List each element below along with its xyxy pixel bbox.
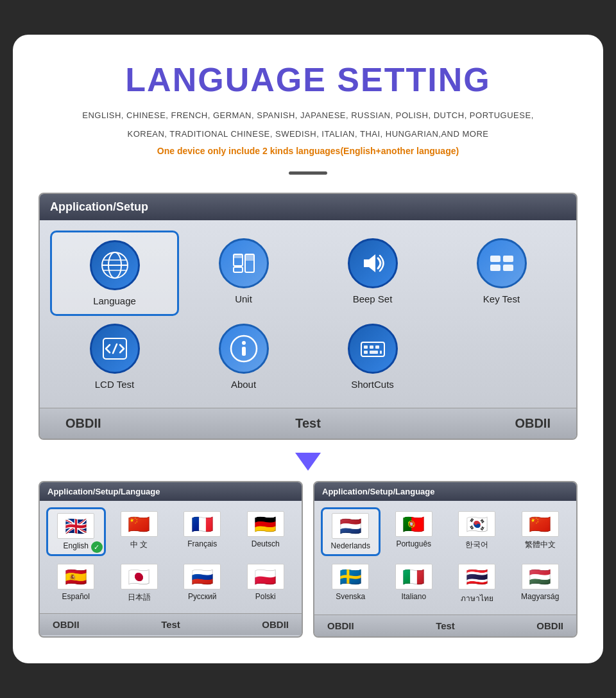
check-english: ✓ <box>91 541 103 553</box>
svg-rect-13 <box>490 265 501 271</box>
app-icon-about[interactable]: About <box>179 316 308 397</box>
lang-panel-left-header: Application/Setup/Language <box>40 482 302 501</box>
lang-item-russian[interactable]: 🇷🇺 Русский <box>173 560 232 607</box>
shortcuts-keyboard-icon <box>359 335 387 363</box>
svg-marker-10 <box>364 254 375 272</box>
lang-label-russian: Русский <box>188 592 217 601</box>
page-title: LANGUAGE SETTING <box>38 60 578 99</box>
lang-label-dutch: Nederlands <box>331 541 370 550</box>
lang-label-trad-chinese: 繁體中文 <box>525 539 556 550</box>
lang-left-bottom-right: OBDII <box>262 619 289 630</box>
flag-polish: 🇵🇱 <box>247 564 284 589</box>
flag-italian: 🇮🇹 <box>395 564 432 589</box>
lang-item-trad-chinese[interactable]: 🇨🇳 繁體中文 <box>511 507 570 556</box>
about-label: About <box>231 379 256 390</box>
svg-rect-12 <box>503 256 513 262</box>
svg-point-18 <box>242 341 246 345</box>
lang-label-italian: Italiano <box>401 592 426 601</box>
language-label: Language <box>93 295 136 306</box>
lang-label-spanish: Español <box>62 592 90 601</box>
lang-left-bottom-center: Test <box>161 619 180 630</box>
arrow-container <box>38 453 578 471</box>
flag-french: 🇫🇷 <box>184 511 221 537</box>
beep-set-label: Beep Set <box>353 293 393 304</box>
svg-rect-20 <box>361 342 384 356</box>
lang-item-italian[interactable]: 🇮🇹 Italiano <box>384 560 444 608</box>
keyboard-icon <box>488 249 516 277</box>
lang-item-portuguese[interactable]: 🇵🇹 Português <box>384 507 444 556</box>
app-icon-empty <box>437 316 566 397</box>
lang-item-english[interactable]: 🇬🇧 English ✓ <box>46 507 106 556</box>
lang-item-dutch[interactable]: 🇳🇱 Nederlands <box>321 507 381 556</box>
flag-german: 🇩🇪 <box>247 511 284 537</box>
flag-trad-chinese: 🇨🇳 <box>522 511 559 537</box>
speaker-icon <box>359 249 387 277</box>
app-panel-header: Application/Setup <box>40 194 576 220</box>
lang-label-hungarian: Magyarság <box>521 592 559 601</box>
main-card: LANGUAGE SETTING ENGLISH, CHINESE, FRENC… <box>13 35 603 664</box>
unit-icon <box>230 249 258 277</box>
lang-item-spanish[interactable]: 🇪🇸 Español <box>46 560 106 607</box>
subtitle-line2: KOREAN, TRADITIONAL CHINESE, SWEDISH, IT… <box>38 128 578 141</box>
app-icon-lcd-test[interactable]: LCD Test <box>50 316 179 397</box>
svg-line-16 <box>113 344 117 353</box>
flag-japanese: 🇯🇵 <box>121 564 158 589</box>
flag-english: 🇬🇧 <box>57 513 94 539</box>
lang-item-polish[interactable]: 🇵🇱 Polski <box>236 560 296 607</box>
app-icons-grid: Language Unit <box>40 220 576 408</box>
flag-thai: 🇹🇭 <box>458 564 495 589</box>
app-bottom-center: Test <box>295 416 321 431</box>
shortcuts-label: ShortCuts <box>351 379 394 390</box>
flag-hungarian: 🇭🇺 <box>522 564 559 589</box>
lang-label-french: Français <box>187 539 217 548</box>
lang-panel-right-header: Application/Setup/Language <box>314 482 576 501</box>
svg-rect-22 <box>370 345 373 349</box>
lang-label-portuguese: Português <box>396 539 431 548</box>
app-icon-shortcuts[interactable]: ShortCuts <box>308 316 437 397</box>
lang-panel-left: Application/Setup/Language 🇬🇧 English ✓ … <box>38 481 303 638</box>
key-test-icon-circle <box>477 238 527 288</box>
app-icon-beep-set[interactable]: Beep Set <box>308 231 437 316</box>
app-bottom-left: OBDII <box>65 416 101 431</box>
lang-bottom-bar-left: OBDII Test OBDII <box>40 613 302 635</box>
lang-item-swedish[interactable]: 🇸🇪 Svenska <box>321 560 381 608</box>
svg-rect-6 <box>234 254 243 258</box>
key-test-label: Key Test <box>483 293 520 304</box>
language-icon-circle <box>90 240 140 290</box>
lang-item-french[interactable]: 🇫🇷 Français <box>173 507 232 556</box>
svg-rect-26 <box>380 351 382 354</box>
lang-label-english: English <box>64 541 89 550</box>
lang-item-thai[interactable]: 🇹🇭 ภาษาไทย <box>447 560 507 608</box>
app-icon-language[interactable]: Language <box>50 231 179 316</box>
svg-rect-23 <box>375 345 379 349</box>
lang-item-german[interactable]: 🇩🇪 Deutsch <box>236 507 296 556</box>
svg-rect-21 <box>364 345 368 349</box>
svg-rect-11 <box>490 256 501 262</box>
lang-right-bottom-left: OBDII <box>327 620 354 631</box>
about-icon-circle <box>219 324 269 374</box>
svg-rect-8 <box>245 254 254 261</box>
app-icon-unit[interactable]: Unit <box>179 231 308 316</box>
app-bottom-bar: OBDII Test OBDII <box>40 408 576 439</box>
subtitle-line1: ENGLISH, CHINESE, FRENCH, GERMAN, SPANIS… <box>38 109 578 123</box>
svg-rect-19 <box>242 347 246 356</box>
svg-rect-9 <box>234 267 243 272</box>
language-panels: Application/Setup/Language 🇬🇧 English ✓ … <box>38 481 578 638</box>
svg-rect-14 <box>503 265 513 271</box>
app-icon-key-test[interactable]: Key Test <box>437 231 566 316</box>
lang-grid-left: 🇬🇧 English ✓ 🇨🇳 中 文 🇫🇷 Français 🇩🇪 Deuts… <box>40 501 302 613</box>
lang-panel-right: Application/Setup/Language 🇳🇱 Nederlands… <box>313 481 578 638</box>
down-arrow-icon <box>295 453 321 471</box>
unit-icon-circle <box>219 238 269 288</box>
app-setup-panel: Application/Setup Language <box>38 193 578 440</box>
svg-rect-25 <box>370 351 378 354</box>
lang-label-korean: 한국어 <box>465 539 488 550</box>
lang-label-japanese: 日本語 <box>128 592 151 603</box>
lang-item-chinese[interactable]: 🇨🇳 中 文 <box>110 507 169 556</box>
lang-item-korean[interactable]: 🇰🇷 한국어 <box>447 507 507 556</box>
lcd-test-label: LCD Test <box>95 379 134 390</box>
lang-label-polish: Polski <box>255 592 276 601</box>
lang-item-japanese[interactable]: 🇯🇵 日本語 <box>110 560 169 607</box>
warning-text: One device only include 2 kinds language… <box>38 146 578 156</box>
lang-item-hungarian[interactable]: 🇭🇺 Magyarság <box>511 560 570 608</box>
